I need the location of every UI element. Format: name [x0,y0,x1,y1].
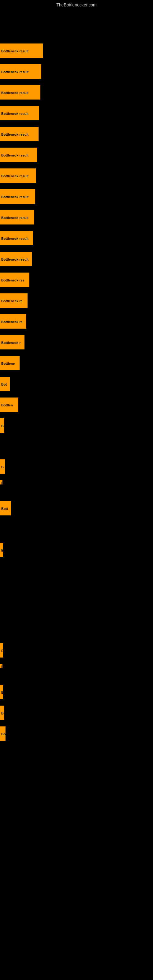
bar-label: Bottleneck result [0,189,35,204]
bar-label: Bottleneck result [0,231,33,245]
bar-row: Bottleneck result [0,169,36,183]
bar-label: Bottleneck result [0,106,39,120]
bar-row: Bott [0,501,11,515]
bar-label: Bottleneck result [0,210,34,224]
bar-row: E [0,643,3,657]
bar-label: Bottleneck re [0,314,26,329]
bar-label: Bottleneck result [0,64,41,79]
bar-label: Bottleneck res [0,272,29,287]
bar-label: Bottlene [0,356,19,370]
bar-label: Bottleneck result [0,85,40,100]
bar-label: Bot [0,377,10,391]
bar-label: E [0,542,3,557]
bar-row: Bottlene [0,356,19,370]
bar-row: Bottleneck result [0,231,33,245]
bar-label: E [0,643,3,657]
bar-label: Bottleneck result [0,148,37,162]
site-title: TheBottlenecker.com [0,0,153,9]
bar-row: B [0,706,4,720]
bar-row: Bottleneck result [0,210,34,224]
bar-row: E [0,685,3,699]
bar-label: E [0,685,3,699]
bar-label: Bottleneck result [0,252,32,266]
bar-row: Bottleneck result [0,252,32,266]
bar-row: Bottleneck result [0,85,40,100]
bar-label: B [0,706,4,720]
bar-row: Bottleneck r [0,335,24,350]
bar-row: Bottleneck res [0,272,29,287]
bar-row: B [0,418,4,433]
bar-label: | [0,664,2,668]
bar-row: Bottleneck result [0,148,37,162]
bar-label: Bottleneck result [0,43,43,58]
bar-label: Bottleneck result [0,127,38,141]
bar-label: Bottleneck re [0,293,27,308]
bar-row: | [0,664,2,668]
bar-row: Bottleneck result [0,106,39,120]
bar-label: Bottleneck r [0,335,24,350]
bar-row: Bottleneck result [0,43,43,58]
bar-row: E [0,542,3,557]
bar-row: Bottleneck result [0,189,35,204]
bar-label: Bottlen [0,398,18,412]
bar-row: Bottleneck result [0,127,38,141]
bar-row: Bottleneck re [0,314,26,329]
bar-label: Bottleneck result [0,169,36,183]
bar-row: | [0,480,2,485]
bar-label: Bo [0,726,5,741]
bar-label: B [0,418,4,433]
bar-row: Bot [0,377,10,391]
bar-label: B [0,460,5,474]
bar-row: Bottleneck result [0,64,41,79]
bar-row: Bo [0,726,5,741]
bar-label: Bott [0,501,11,515]
bar-row: Bottlen [0,398,18,412]
bar-row: B [0,460,5,474]
bar-label: | [0,480,2,485]
bar-row: Bottleneck re [0,293,27,308]
